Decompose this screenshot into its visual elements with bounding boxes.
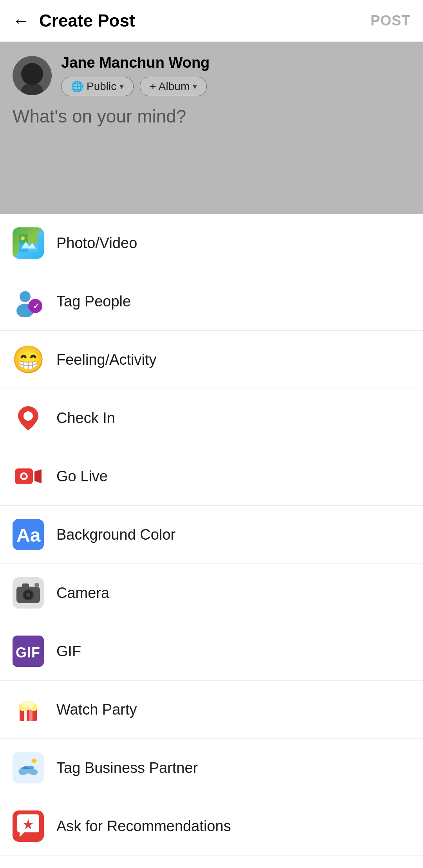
svg-text:GIF: GIF (16, 645, 40, 661)
menu-item-go-live[interactable]: Go Live (0, 447, 423, 506)
svg-rect-27 (22, 583, 29, 588)
go-live-label: Go Live (56, 468, 108, 485)
gif-icon: GIF (13, 636, 44, 667)
svg-point-15 (24, 411, 33, 421)
user-actions: 🌐 Public ▾ + Album ▾ (61, 77, 210, 96)
recommendations-label: Ask for Recommendations (56, 818, 231, 835)
menu-item-watch-party[interactable]: Watch Party (0, 681, 423, 739)
page-title: Create Post (39, 11, 135, 31)
svg-point-1 (25, 64, 39, 78)
menu-list: Photo/Video ✓ Tag People 😁 Feeling/Activ… (0, 214, 423, 868)
chevron-down-icon: ▾ (119, 81, 124, 92)
check-in-label: Check In (56, 410, 115, 427)
svg-text:✓: ✓ (33, 302, 40, 310)
svg-point-10 (21, 236, 25, 240)
tag-people-label: Tag People (56, 293, 131, 310)
post-button[interactable]: POST (371, 13, 410, 29)
camera-label: Camera (56, 585, 109, 601)
menu-item-feeling[interactable]: 😁 Feeling/Activity (0, 331, 423, 389)
header-left: ← Create Post (13, 11, 135, 31)
album-pill[interactable]: + Album ▾ (140, 77, 207, 96)
user-info: Jane Manchun Wong 🌐 Public ▾ + Album ▾ (61, 54, 210, 96)
menu-item-recommendations[interactable]: Ask for Recommendations (0, 797, 423, 855)
camera-icon (13, 577, 44, 609)
background-color-label: Background Color (56, 526, 175, 543)
avatar (13, 56, 52, 95)
user-row: Jane Manchun Wong 🌐 Public ▾ + Album ▾ (13, 54, 410, 96)
header: ← Create Post POST (0, 0, 423, 42)
menu-item-music[interactable]: @wongmjane Music (0, 855, 423, 868)
menu-item-photo-video[interactable]: Photo/Video (0, 214, 423, 272)
user-name: Jane Manchun Wong (61, 54, 210, 71)
menu-item-check-in[interactable]: Check In (0, 389, 423, 447)
compose-area: Jane Manchun Wong 🌐 Public ▾ + Album ▾ W… (0, 42, 423, 214)
menu-item-camera[interactable]: Camera (0, 564, 423, 622)
menu-item-tag-people[interactable]: ✓ Tag People (0, 272, 423, 331)
feeling-label: Feeling/Activity (56, 351, 157, 368)
compose-placeholder[interactable]: What's on your mind? (13, 106, 410, 127)
check-in-icon (13, 402, 44, 434)
menu-item-tag-business[interactable]: Tag Business Partner (0, 739, 423, 797)
menu-item-background-color[interactable]: Aa Background Color (0, 506, 423, 564)
gif-label: GIF (56, 643, 81, 660)
svg-point-37 (27, 701, 34, 708)
watch-party-label: Watch Party (56, 701, 137, 718)
svg-marker-18 (34, 469, 42, 483)
tag-business-label: Tag Business Partner (56, 760, 198, 776)
background-color-icon: Aa (13, 519, 44, 550)
svg-text:Aa: Aa (16, 525, 41, 546)
svg-rect-38 (29, 707, 33, 721)
svg-point-26 (26, 592, 31, 597)
go-live-icon (13, 461, 44, 492)
feeling-icon: 😁 (13, 344, 44, 375)
globe-icon: 🌐 (71, 81, 83, 93)
svg-rect-5 (28, 234, 38, 243)
avatar-image (13, 56, 52, 95)
recommendations-icon (13, 810, 44, 842)
album-label: + Album (150, 80, 190, 93)
watch-party-icon (13, 694, 44, 725)
back-button[interactable]: ← (13, 12, 30, 29)
svg-point-19 (22, 474, 26, 478)
menu-item-gif[interactable]: GIF GIF (0, 622, 423, 681)
svg-point-11 (20, 291, 31, 302)
photo-video-label: Photo/Video (56, 235, 137, 252)
chevron-down-icon-2: ▾ (193, 81, 197, 92)
tag-people-icon: ✓ (13, 286, 44, 317)
public-label: Public (87, 80, 116, 93)
photo-video-icon (13, 227, 44, 259)
public-pill[interactable]: 🌐 Public ▾ (61, 77, 134, 96)
tag-business-icon (13, 752, 44, 783)
svg-point-28 (34, 583, 39, 587)
